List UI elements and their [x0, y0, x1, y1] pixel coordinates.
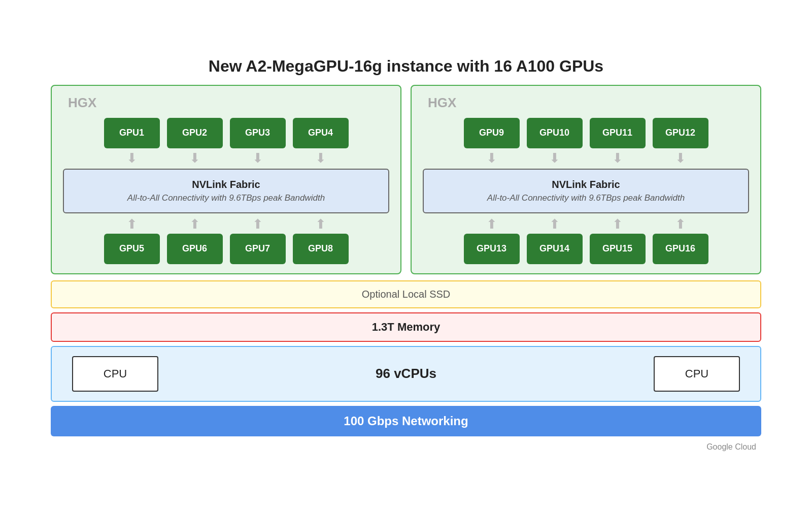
gpu-bottom-row-left: GPU5 GPU6 GPU7 GPU8: [63, 234, 389, 264]
nvlink-title: NVLink Fabric: [69, 179, 383, 190]
hgx-right: HGX GPU9 GPU10 GPU11 GPU12 ⬇ ⬇ ⬇ ⬇ NVLin…: [411, 85, 761, 274]
arrow-up-7: ⬆: [590, 217, 646, 231]
hgx-left: HGX GPU1 GPU2 GPU3 GPU4 ⬇ ⬇ ⬇ ⬇ NVLink F…: [51, 85, 401, 274]
hgx-left-label: HGX: [63, 95, 96, 111]
cpu-right: CPU: [654, 356, 740, 392]
main-title: New A2-MegaGPU-16g instance with 16 A100…: [209, 57, 603, 76]
arrow-up-2: ⬆: [167, 217, 223, 231]
arrow-up-1: ⬆: [104, 217, 160, 231]
gpu16: GPU16: [653, 234, 708, 264]
gpu5: GPU5: [104, 234, 160, 264]
gpu12: GPU12: [653, 118, 708, 148]
memory-label: 1.3T Memory: [372, 321, 441, 333]
arrow-up-6: ⬆: [527, 217, 583, 231]
ssd-label: Optional Local SSD: [362, 289, 451, 300]
gpu14: GPU14: [527, 234, 583, 264]
hgx-row: HGX GPU1 GPU2 GPU3 GPU4 ⬇ ⬇ ⬇ ⬇ NVLink F…: [51, 85, 761, 274]
arrow-down-4: ⬇: [293, 151, 349, 165]
gpu9: GPU9: [464, 118, 520, 148]
gpu4: GPU4: [293, 118, 349, 148]
gpu13: GPU13: [464, 234, 520, 264]
gpu3: GPU3: [230, 118, 286, 148]
memory-row: 1.3T Memory: [51, 312, 761, 342]
nvlink-box-right: NVLink Fabric All-to-All Connectivity wi…: [423, 169, 749, 213]
gpu2: GPU2: [167, 118, 223, 148]
arrow-down-7: ⬇: [590, 151, 646, 165]
cpu-left: CPU: [72, 356, 158, 392]
arrow-down-1: ⬇: [104, 151, 160, 165]
gpu7: GPU7: [230, 234, 286, 264]
nvlink-sub: All-to-All Connectivity with 9.6TBps pea…: [69, 193, 383, 203]
arrow-down-5: ⬇: [464, 151, 520, 165]
arrows-up-right: ⬆ ⬆ ⬆ ⬆: [423, 217, 749, 231]
hgx-right-label: HGX: [423, 95, 456, 111]
arrow-up-4: ⬆: [293, 217, 349, 231]
arrow-up-5: ⬆: [464, 217, 520, 231]
networking-row: 100 Gbps Networking: [51, 406, 761, 436]
arrow-down-6: ⬇: [527, 151, 583, 165]
arrow-down-2: ⬇: [167, 151, 223, 165]
cpu-center-label: 96 vCPUs: [376, 366, 436, 382]
ssd-row: Optional Local SSD: [51, 280, 761, 308]
gpu6: GPU6: [167, 234, 223, 264]
nvlink-sub-r: All-to-All Connectivity with 9.6TBps pea…: [429, 193, 743, 203]
gpu10: GPU10: [527, 118, 583, 148]
google-cloud-branding: Google Cloud: [706, 442, 761, 452]
networking-label: 100 Gbps Networking: [344, 414, 468, 428]
diagram-wrapper: New A2-MegaGPU-16g instance with 16 A100…: [51, 57, 761, 452]
gpu15: GPU15: [590, 234, 646, 264]
gpu-top-row-left: GPU1 GPU2 GPU3 GPU4: [63, 118, 389, 148]
nvlink-title-r: NVLink Fabric: [429, 179, 743, 190]
gpu1: GPU1: [104, 118, 160, 148]
arrows-down-right: ⬇ ⬇ ⬇ ⬇: [423, 151, 749, 165]
arrow-down-8: ⬇: [653, 151, 708, 165]
gpu11: GPU11: [590, 118, 646, 148]
arrow-down-3: ⬇: [230, 151, 286, 165]
arrows-down-left: ⬇ ⬇ ⬇ ⬇: [63, 151, 389, 165]
cpu-row: CPU 96 vCPUs CPU: [51, 346, 761, 402]
gpu-top-row-right: GPU9 GPU10 GPU11 GPU12: [423, 118, 749, 148]
arrows-up-left: ⬆ ⬆ ⬆ ⬆: [63, 217, 389, 231]
gpu-bottom-row-right: GPU13 GPU14 GPU15 GPU16: [423, 234, 749, 264]
arrow-up-8: ⬆: [653, 217, 708, 231]
nvlink-box-left: NVLink Fabric All-to-All Connectivity wi…: [63, 169, 389, 213]
gpu8: GPU8: [293, 234, 349, 264]
arrow-up-3: ⬆: [230, 217, 286, 231]
